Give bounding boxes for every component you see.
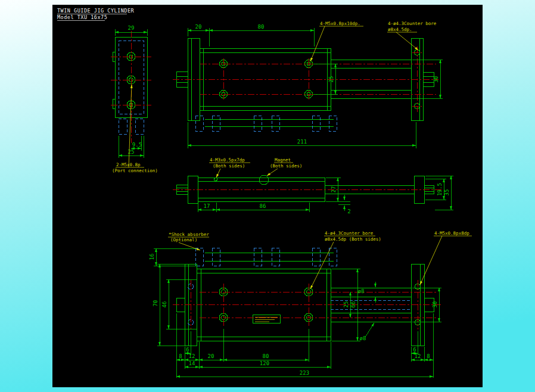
callout-magnet-line1: Magnet <box>275 157 291 163</box>
dim-rod-dia-lower-label: ø8 <box>360 335 366 341</box>
dim-120-label: 120 <box>260 360 269 366</box>
dim-17-label: 17 <box>204 203 210 209</box>
dim-6-left-label: 6 <box>186 347 189 353</box>
dim-rod-dia-upper-label: ø8 <box>358 288 365 294</box>
dim-8-right-label: 8 <box>427 353 430 359</box>
dim-27-label: 27 <box>331 186 337 193</box>
callout-magnet-line2: (Both sides) <box>270 163 302 169</box>
dim-12-right-label: 12 <box>415 353 421 359</box>
dim-29-label: 29 <box>128 25 135 31</box>
dim-19-5-label: 19.5 <box>437 183 443 196</box>
callout-port-line1: 2-M5x0.8p <box>116 162 141 167</box>
callout-tap-top: 4-M5x0.8px10dp. <box>320 21 360 26</box>
drawing-title: TWIN GUIDE JIG CYLINDER <box>57 8 135 14</box>
drawing-canvas <box>52 5 483 387</box>
dim-30-vert-label: 30 <box>433 76 439 83</box>
dim-80-label: 80 <box>258 24 265 30</box>
callout-port-line2: (Port connection) <box>112 168 158 173</box>
dim-16-label: 16 <box>149 254 155 260</box>
dim-12-left-label: 12 <box>189 353 195 359</box>
callout-cbore-top-line1: 4-ø4.3Counter bore <box>388 21 437 26</box>
callout-m5-tap-label: 4-M5x0.8px8dp <box>434 231 469 236</box>
dim-25-label: 25 <box>128 149 135 155</box>
callout-cbore-bottom-line2: ø8x4.5dp (Both sides) <box>325 237 381 242</box>
drawing-model: Model TXU 16x75 <box>57 14 107 20</box>
callout-cbore-bottom-line1: 4-ø4.3Counter bore <box>325 231 374 236</box>
callout-m3-tap-line2: (Both sides) <box>213 163 245 169</box>
dim-70-label: 70 <box>153 300 158 307</box>
dim-211-label: 211 <box>297 139 307 145</box>
dim-30-label: 30 <box>432 301 438 308</box>
callout-m3-tap-line1: 4-M3x0.5px7dp <box>210 157 245 163</box>
dim-223-label: 223 <box>300 370 309 376</box>
callout-shock-line1: *Shock absorber <box>169 232 209 237</box>
dim-35-label: 35 <box>444 189 450 196</box>
dim-66-label: 66 <box>350 301 356 308</box>
dim-9-5-label: 9.5 <box>132 142 142 148</box>
dim-20-label: 20 <box>208 353 214 359</box>
callout-shock-line2: (Optional) <box>170 237 197 242</box>
dim-14-label: 14 <box>189 360 195 366</box>
dim-25-label: 25 <box>343 301 349 308</box>
dim-86-label: 86 <box>260 203 266 209</box>
dim-8-left-label: 8 <box>179 353 182 359</box>
callout-cbore-top-line2: ø8x4.5dp. <box>388 27 412 32</box>
cad-drawing: TWIN GUIDE JIG CYLINDER Model TXU 16x75 … <box>0 0 535 392</box>
dim-46-label: 46 <box>161 301 167 308</box>
dim-25-vert-label: 25 <box>328 76 334 83</box>
dim-20-label: 20 <box>195 24 202 30</box>
dim-6-right-label: 6 <box>413 347 416 353</box>
dim-2-label: 2 <box>347 209 350 214</box>
cad-viewer: TWIN GUIDE JIG CYLINDER Model TXU 16x75 … <box>0 0 535 392</box>
dim-80-label: 80 <box>263 353 269 359</box>
